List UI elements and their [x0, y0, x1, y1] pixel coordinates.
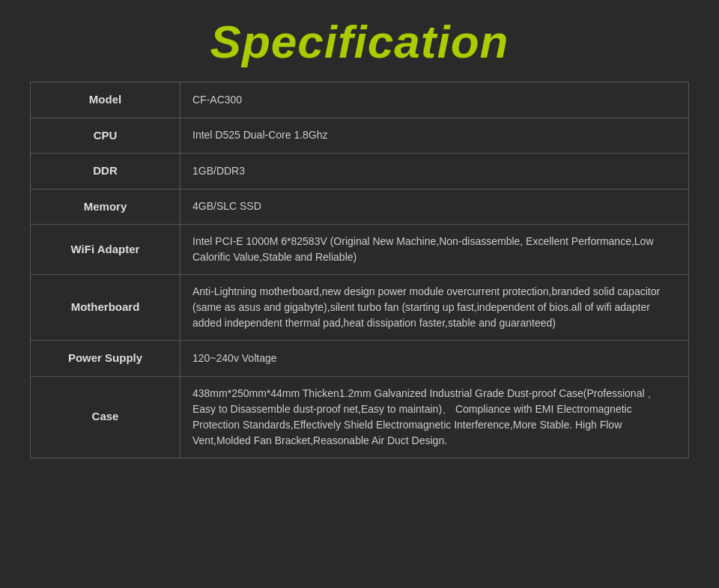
- row-value: 438mm*250mm*44mm Thicken1.2mm Galvanized…: [180, 376, 689, 458]
- table-row: CPUIntel D525 Dual-Core 1.8Ghz: [31, 118, 689, 154]
- row-label: Motherboard: [31, 275, 180, 341]
- row-label: Case: [31, 376, 180, 458]
- row-value: CF-AC300: [180, 82, 689, 118]
- page-title: Specification: [210, 15, 509, 68]
- row-value: Intel PCI-E 1000M 6*82583V (Original New…: [180, 225, 689, 275]
- row-label: DDR: [31, 154, 180, 190]
- row-value: 4GB/SLC SSD: [180, 189, 689, 225]
- table-row: DDR1GB/DDR3: [31, 154, 689, 190]
- table-row: Memory4GB/SLC SSD: [31, 189, 689, 225]
- row-label: Model: [31, 82, 180, 118]
- row-label: WiFi Adapter: [31, 225, 180, 275]
- table-row: WiFi AdapterIntel PCI-E 1000M 6*82583V (…: [31, 225, 689, 275]
- table-row: ModelCF-AC300: [31, 82, 689, 118]
- page-container: Specification ModelCF-AC300CPUIntel D525…: [0, 0, 719, 588]
- table-row: Power Supply120~240v Voltage: [31, 341, 689, 377]
- row-value: Intel D525 Dual-Core 1.8Ghz: [180, 118, 689, 154]
- row-label: CPU: [31, 118, 180, 154]
- table-row: MotherboardAnti-Lightning motherboard,ne…: [31, 275, 689, 341]
- row-value: 120~240v Voltage: [180, 341, 689, 377]
- row-label: Power Supply: [31, 341, 180, 377]
- row-value: 1GB/DDR3: [180, 154, 689, 190]
- row-value: Anti-Lightning motherboard,new design po…: [180, 275, 689, 341]
- spec-table: ModelCF-AC300CPUIntel D525 Dual-Core 1.8…: [30, 82, 689, 458]
- table-row: Case438mm*250mm*44mm Thicken1.2mm Galvan…: [31, 376, 689, 458]
- row-label: Memory: [31, 189, 180, 225]
